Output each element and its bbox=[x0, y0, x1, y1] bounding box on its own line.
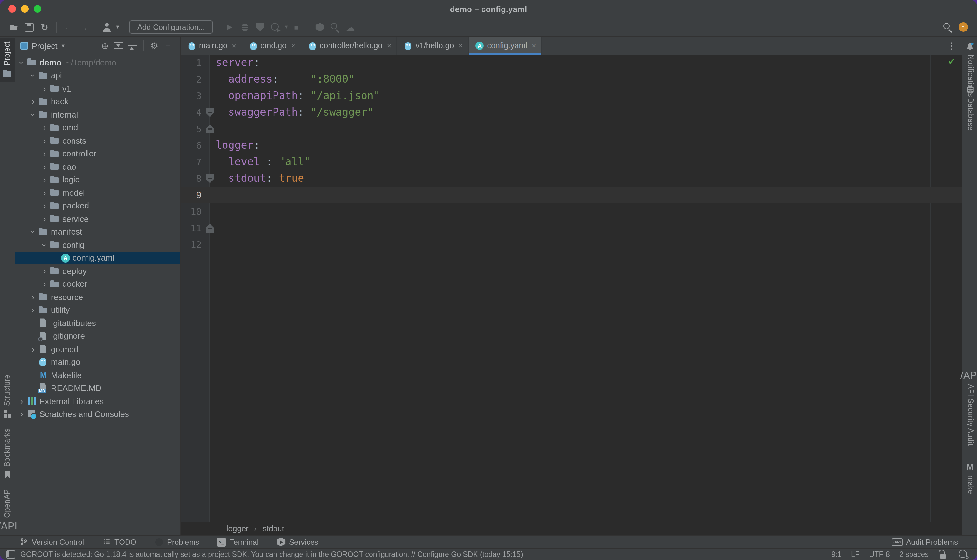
chevron-icon[interactable]: › bbox=[28, 111, 38, 118]
code-line[interactable]: 2 address: ":8000" bbox=[180, 71, 962, 88]
stripe-item-make[interactable]: Mmake bbox=[962, 459, 977, 497]
tree-item[interactable]: ›utility bbox=[15, 303, 180, 317]
tree-item[interactable]: ›resource bbox=[15, 290, 180, 303]
add-configuration-button[interactable]: Add Configuration... bbox=[129, 20, 213, 34]
tree-item[interactable]: MMakefile bbox=[15, 369, 180, 382]
settings-gear-icon[interactable]: ⚙ bbox=[147, 39, 161, 53]
chevron-icon[interactable]: › bbox=[41, 136, 48, 145]
code-line[interactable]: 11 bbox=[180, 220, 962, 237]
tree-item[interactable]: .gitignore bbox=[15, 330, 180, 343]
stripe-item-openapi[interactable]: OpenAPI/API bbox=[0, 484, 15, 535]
chevron-icon[interactable]: › bbox=[18, 397, 25, 406]
project-view-dropdown-icon[interactable]: ▼ bbox=[61, 43, 66, 48]
breadcrumb-item[interactable]: stdout bbox=[263, 524, 284, 533]
tree-item[interactable]: ›model bbox=[15, 186, 180, 199]
close-tab-icon[interactable]: × bbox=[532, 41, 536, 50]
audit-problems-button[interactable]: /API Audit Problems bbox=[892, 537, 958, 546]
code-line[interactable]: 8 stdout: true bbox=[180, 170, 962, 187]
expand-all-icon[interactable] bbox=[112, 39, 125, 53]
toolwindow-button-terminal[interactable]: Terminal bbox=[217, 537, 259, 546]
code-line[interactable]: 7 level : "all" bbox=[180, 154, 962, 170]
line-number[interactable]: 11 bbox=[180, 220, 210, 237]
code-line[interactable]: 1server: bbox=[180, 55, 962, 71]
status-message[interactable]: GOROOT is detected: Go 1.18.4 is automat… bbox=[20, 550, 523, 558]
back-icon[interactable]: ← bbox=[60, 19, 76, 35]
toolwindow-button-todo[interactable]: TODO bbox=[102, 537, 137, 546]
line-number[interactable]: 5 bbox=[180, 121, 210, 137]
tree-item[interactable]: ›cmd bbox=[15, 121, 180, 134]
sync-icon[interactable]: ↻ bbox=[37, 19, 52, 35]
chevron-icon[interactable]: › bbox=[40, 241, 49, 249]
toolwindow-button-problems[interactable]: Problems bbox=[154, 537, 199, 546]
line-number[interactable]: 2 bbox=[180, 71, 210, 88]
window-layout-icon[interactable] bbox=[5, 549, 15, 559]
editor-tab[interactable]: v1/hello.go× bbox=[397, 37, 468, 55]
tree-item[interactable]: ›packed bbox=[15, 199, 180, 212]
line-number[interactable]: 4 bbox=[180, 104, 210, 121]
project-view-icon[interactable] bbox=[20, 42, 28, 50]
chevron-icon[interactable]: › bbox=[41, 188, 48, 198]
tree-item[interactable]: Aconfig.yaml bbox=[15, 252, 180, 265]
chevron-icon[interactable]: › bbox=[17, 59, 27, 67]
tab-options-icon[interactable]: ⋮ bbox=[947, 37, 962, 55]
chevron-icon[interactable]: › bbox=[41, 175, 48, 185]
chevron-icon[interactable]: › bbox=[29, 345, 37, 354]
tree-item[interactable]: ›config bbox=[15, 238, 180, 252]
line-number[interactable]: 9 bbox=[180, 187, 210, 203]
chevron-icon[interactable]: › bbox=[41, 123, 48, 133]
user-dropdown-icon[interactable]: ▼ bbox=[115, 24, 120, 30]
tree-item[interactable]: ›controller bbox=[15, 147, 180, 160]
stripe-item-project[interactable]: Project bbox=[0, 38, 15, 82]
chevron-icon[interactable]: › bbox=[28, 72, 38, 80]
line-number[interactable]: 7 bbox=[180, 154, 210, 170]
privacy-settings-icon[interactable] bbox=[958, 549, 968, 559]
status-segment[interactable]: LF bbox=[851, 550, 860, 558]
line-number[interactable]: 3 bbox=[180, 88, 210, 104]
collapse-all-icon[interactable] bbox=[125, 39, 139, 53]
line-number[interactable]: 1 bbox=[180, 55, 210, 71]
code-line[interactable]: 9 bbox=[180, 187, 962, 203]
tree-item[interactable]: ›logic bbox=[15, 173, 180, 186]
line-number[interactable]: 12 bbox=[180, 237, 210, 253]
line-number[interactable]: 8 bbox=[180, 170, 210, 187]
status-segment[interactable]: UTF-8 bbox=[869, 550, 890, 558]
tree-item[interactable]: ›hack bbox=[15, 95, 180, 108]
stripe-item-structure[interactable]: Structure bbox=[0, 371, 15, 422]
tree-item[interactable]: ›v1 bbox=[15, 82, 180, 95]
code-line[interactable]: 10 bbox=[180, 203, 962, 220]
chevron-icon[interactable]: › bbox=[41, 214, 48, 224]
chevron-icon[interactable]: › bbox=[41, 162, 48, 172]
status-segment[interactable]: 2 spaces bbox=[899, 550, 929, 558]
tree-item[interactable]: ›docker bbox=[15, 277, 180, 290]
tree-item[interactable]: ›api bbox=[15, 69, 180, 82]
tree-item[interactable]: ›service bbox=[15, 212, 180, 225]
minimize-window-button[interactable] bbox=[21, 5, 28, 13]
editor-tab[interactable]: controller/hello.go× bbox=[301, 37, 397, 55]
code-line[interactable]: 5 bbox=[180, 121, 962, 137]
tree-item[interactable]: ›consts bbox=[15, 134, 180, 147]
toolwindow-button-services[interactable]: Services bbox=[276, 537, 318, 546]
code-line[interactable]: 3 openapiPath: "/api.json" bbox=[180, 88, 962, 104]
project-panel-title[interactable]: Project bbox=[32, 41, 58, 50]
editor-tab[interactable]: cmd.go× bbox=[242, 37, 301, 55]
editor[interactable]: 1server:2 address: ":8000"3 openapiPath:… bbox=[180, 55, 962, 522]
save-icon[interactable] bbox=[22, 19, 37, 35]
tree-item[interactable]: ›internal bbox=[15, 108, 180, 121]
toolwindow-button-version-control[interactable]: Version Control bbox=[19, 537, 84, 546]
close-tab-icon[interactable]: × bbox=[387, 41, 391, 50]
tree-item[interactable]: ›manifest bbox=[15, 225, 180, 238]
close-window-button[interactable] bbox=[8, 5, 16, 13]
stripe-item-bookmarks[interactable]: Bookmarks bbox=[0, 425, 15, 483]
stripe-item-database[interactable]: Database bbox=[962, 82, 977, 134]
chevron-icon[interactable]: › bbox=[28, 228, 38, 236]
user-icon[interactable] bbox=[99, 19, 115, 35]
tree-item[interactable]: .gitattributes bbox=[15, 317, 180, 330]
lock-icon[interactable] bbox=[938, 549, 949, 559]
chevron-icon[interactable]: › bbox=[41, 84, 48, 93]
zoom-window-button[interactable] bbox=[34, 5, 41, 13]
tree-item[interactable]: main.go bbox=[15, 356, 180, 369]
line-number[interactable]: 10 bbox=[180, 203, 210, 220]
chevron-icon[interactable]: › bbox=[29, 305, 37, 315]
tree-item[interactable]: ›deploy bbox=[15, 265, 180, 277]
status-segment[interactable]: 9:1 bbox=[831, 550, 842, 558]
